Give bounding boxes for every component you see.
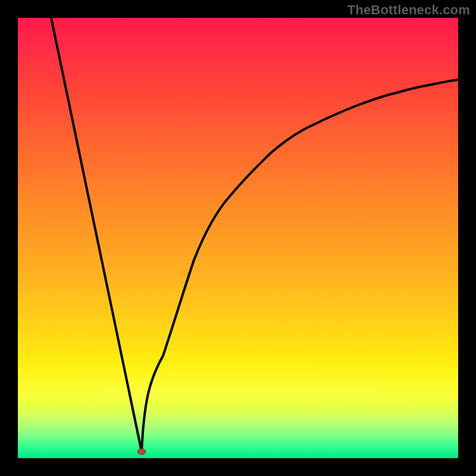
plot-area xyxy=(18,18,458,458)
curve-layer xyxy=(18,18,458,458)
curve-left-branch xyxy=(51,18,142,452)
trough-marker-icon xyxy=(137,449,146,455)
source-watermark: TheBottleneck.com xyxy=(347,2,470,18)
curve-right-branch xyxy=(142,80,458,452)
chart-frame: TheBottleneck.com xyxy=(0,0,476,476)
